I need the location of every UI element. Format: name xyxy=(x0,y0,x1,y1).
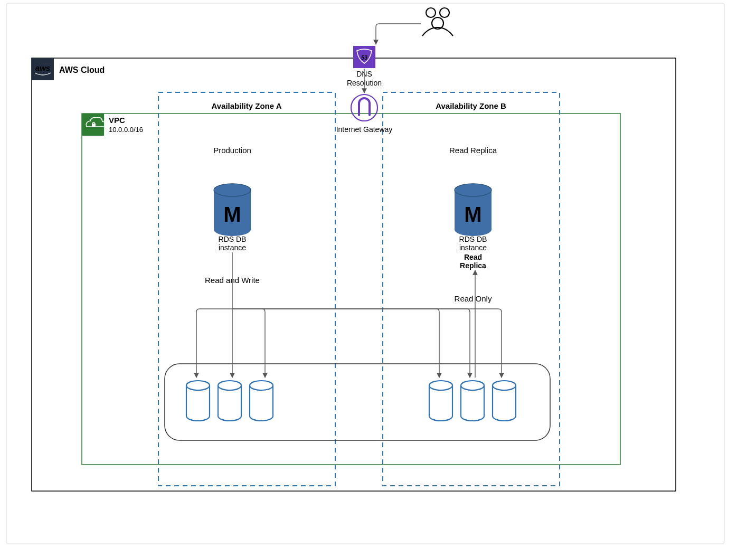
rds-b-label-4: Replica xyxy=(460,261,486,270)
replica-section-label: Read Replica xyxy=(449,146,497,155)
rds-db-production: M RDS DB instance xyxy=(214,184,251,252)
route53-badge-text: 53 xyxy=(361,54,367,61)
svg-point-9 xyxy=(429,381,452,390)
rds-b-label-3: Read xyxy=(464,253,482,261)
svg-point-7 xyxy=(218,381,241,390)
rds-a-label-1: RDS DB xyxy=(219,235,247,243)
production-section-label: Production xyxy=(213,146,251,155)
diagram-canvas: aws AWS Cloud VPC 10.0.0.0/16 Availabili… xyxy=(0,0,756,547)
aws-badge-text: aws xyxy=(35,63,50,72)
az-b-title: Availability Zone B xyxy=(436,101,506,110)
rds-a-letter: M xyxy=(223,203,241,226)
svg-rect-0 xyxy=(92,124,96,127)
vpc-title: VPC xyxy=(109,116,125,125)
svg-point-11 xyxy=(493,381,516,390)
svg-point-6 xyxy=(186,381,210,390)
rds-b-label-2: instance xyxy=(459,243,487,252)
aws-cloud-title: AWS Cloud xyxy=(59,65,105,74)
az-a-title: Availability Zone A xyxy=(211,101,281,110)
rds-b-letter: M xyxy=(464,203,481,226)
svg-point-10 xyxy=(461,381,484,390)
rds-b-label-1: RDS DB xyxy=(459,235,487,243)
read-only-label: Read Only xyxy=(455,294,492,303)
igw-label: Internet Gateway xyxy=(336,125,393,134)
svg-point-8 xyxy=(250,381,273,390)
rds-a-label-2: instance xyxy=(219,243,246,252)
vpc-cidr: 10.0.0.0/16 xyxy=(109,126,143,134)
